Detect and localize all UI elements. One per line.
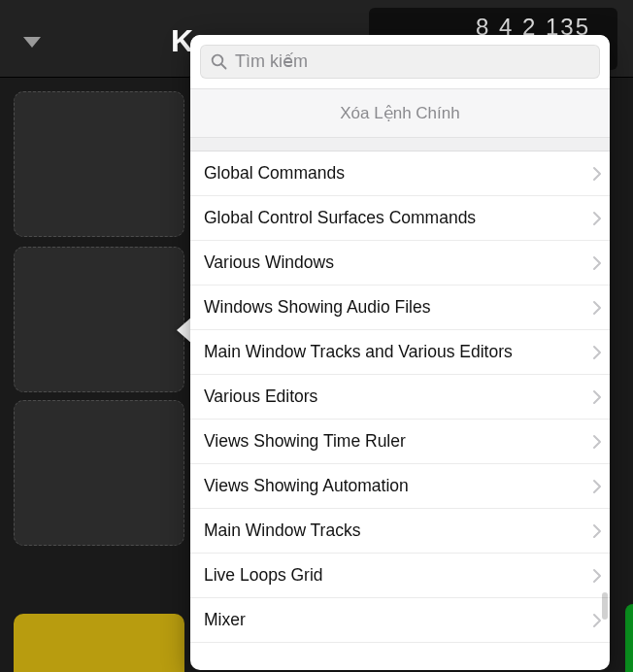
chevron-right-icon (592, 479, 602, 494)
row-label: Views Showing Automation (204, 476, 409, 496)
row-label: Mixer (204, 610, 246, 630)
section-gap (190, 138, 610, 151)
clear-command-heading[interactable]: Xóa Lệnh Chính (190, 88, 610, 138)
chevron-right-icon (592, 613, 602, 628)
search-field[interactable] (200, 45, 600, 79)
row-label: Main Window Tracks and Various Editors (204, 342, 513, 362)
empty-cell[interactable] (14, 91, 184, 237)
row-label: Global Commands (204, 163, 345, 184)
chevron-right-icon (592, 166, 602, 182)
command-category-row[interactable]: Various Editors (190, 375, 610, 420)
svg-marker-0 (23, 37, 41, 48)
row-label: Views Showing Time Ruler (204, 431, 406, 452)
commands-popover: Xóa Lệnh Chính Global Commands Global Co… (190, 35, 610, 670)
empty-cell[interactable] (14, 247, 184, 392)
command-category-row[interactable]: Views Showing Time Ruler (190, 420, 610, 464)
command-category-row[interactable]: Windows Showing Audio Files (190, 286, 610, 330)
command-category-row[interactable]: Mixer (190, 598, 610, 643)
chevron-right-icon (592, 255, 602, 271)
footer-tile-green[interactable] (625, 604, 633, 672)
chevron-right-icon (592, 568, 602, 584)
footer-tile-yellow[interactable] (14, 614, 184, 672)
search-input[interactable] (235, 51, 589, 72)
search-icon (211, 53, 227, 70)
scrollbar-thumb[interactable] (602, 592, 608, 620)
command-category-row[interactable]: Global Control Surfaces Commands (190, 196, 610, 241)
commands-list: Global Commands Global Control Surfaces … (190, 151, 610, 643)
command-category-row[interactable]: Main Window Tracks (190, 509, 610, 554)
chevron-right-icon (592, 211, 602, 226)
empty-cell[interactable] (14, 400, 184, 546)
row-label: Live Loops Grid (204, 565, 323, 586)
chevron-right-icon (592, 434, 602, 450)
chevron-right-icon (592, 523, 602, 539)
command-category-row[interactable]: Global Commands (190, 151, 610, 196)
row-label: Various Windows (204, 252, 334, 273)
chevron-right-icon (592, 300, 602, 316)
command-category-row[interactable]: Live Loops Grid (190, 554, 610, 598)
row-label: Main Window Tracks (204, 521, 360, 541)
command-category-row[interactable]: Main Window Tracks and Various Editors (190, 330, 610, 375)
command-category-row[interactable]: Various Windows (190, 241, 610, 286)
row-label: Various Editors (204, 386, 317, 407)
disclosure-triangle-icon[interactable] (23, 37, 41, 49)
chevron-right-icon (592, 389, 602, 405)
search-container (190, 35, 610, 88)
svg-line-2 (221, 64, 226, 69)
row-label: Windows Showing Audio Files (204, 297, 430, 318)
command-category-row[interactable]: Views Showing Automation (190, 464, 610, 509)
row-label: Global Control Surfaces Commands (204, 208, 476, 228)
chevron-right-icon (592, 345, 602, 360)
